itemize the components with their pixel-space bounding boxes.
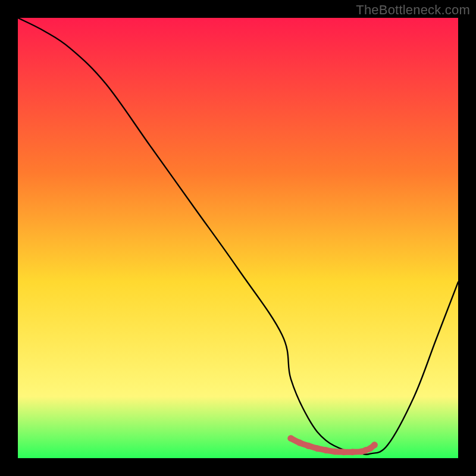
marker-dot [371,441,378,448]
marker-dot [314,445,321,452]
marker-dot [305,443,312,449]
marker-dot [349,449,356,455]
marker-dot [296,440,303,446]
marker-dot [340,449,347,455]
plot-area [18,18,458,458]
gradient-background [18,18,458,458]
marker-dot [287,435,294,441]
chart-svg [18,18,458,458]
watermark-text: TheBottleneck.com [356,2,470,18]
marker-dot [323,447,330,453]
chart-frame: TheBottleneck.com [0,0,476,476]
marker-dot [331,448,338,455]
